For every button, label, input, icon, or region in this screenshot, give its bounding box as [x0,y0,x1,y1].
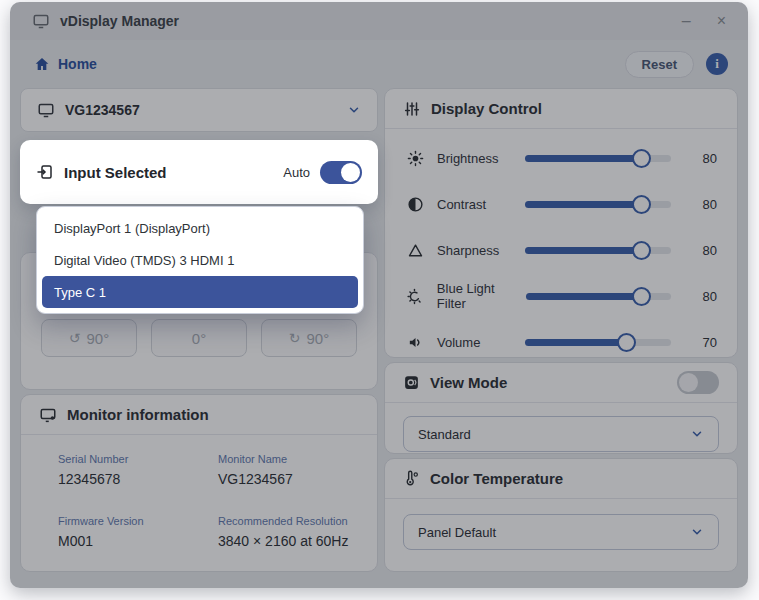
input-options-popup: DisplayPort 1 (DisplayPort) Digital Vide… [36,206,364,314]
input-selected-title: Input Selected [64,164,167,181]
input-option-selected[interactable]: Type C 1 [42,276,358,308]
input-source-icon [36,163,54,181]
input-selected-card: Input Selected Auto [20,140,378,204]
auto-label: Auto [283,165,310,180]
auto-toggle[interactable] [320,161,362,184]
input-option[interactable]: DisplayPort 1 (DisplayPort) [42,212,358,244]
input-option[interactable]: Digital Video (TMDS) 3 HDMI 1 [42,244,358,276]
app-window: vDisplay Manager – × Home Reset i VG1234 [10,2,748,588]
